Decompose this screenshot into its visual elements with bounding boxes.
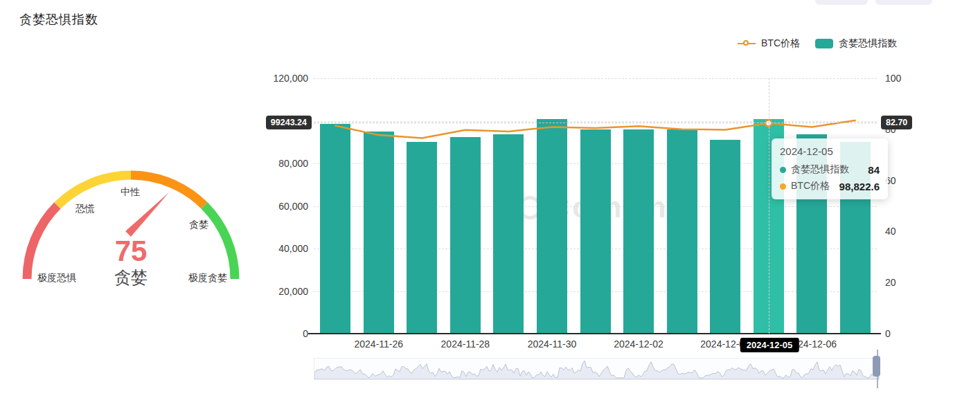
chart-tooltip: 2024-12-05 贪婪恐惧指数 84 BTC价格 98,822.6 — [772, 138, 888, 199]
right-axis-tick-label: 20 — [885, 277, 896, 288]
fear-greed-dot-icon — [780, 167, 786, 173]
btc-price-dot-icon — [780, 183, 786, 190]
crosshair-vertical — [769, 78, 769, 334]
page-title: 贪婪恐惧指数 — [19, 11, 98, 28]
x-axis-tick-label: 2024-12-02 — [614, 338, 663, 350]
gauge-arc-extreme-greed — [204, 206, 235, 279]
gauge-label-fear: 恐慌 — [75, 203, 95, 215]
gauge-label-extreme-greed: 极度贪婪 — [188, 272, 227, 284]
bar-series-icon — [815, 39, 833, 48]
left-axis-tick-label: 0 — [263, 328, 308, 339]
axis-pointer-date-label: 2024-12-05 — [740, 338, 799, 352]
gauge-arc-extreme-fear — [27, 206, 57, 279]
btc-price-line — [314, 78, 877, 334]
gauge-status: 贪婪 — [114, 266, 148, 289]
axis-pointer-left-label: 99243.24 — [266, 116, 312, 129]
datazoom-preview-wave — [314, 359, 879, 379]
line-series-icon — [738, 39, 756, 48]
x-axis-tick-label: 2024-11-30 — [528, 338, 577, 350]
crosshair-horizontal — [314, 123, 877, 123]
legend-label: 贪婪恐惧指数 — [839, 37, 897, 50]
tooltip-label: BTC价格 — [791, 180, 830, 192]
datazoom-right-handle-icon[interactable] — [873, 356, 880, 377]
legend-item-btc-price[interactable]: BTC价格 — [738, 37, 800, 50]
chart-legend: BTC价格 贪婪恐惧指数 — [738, 37, 897, 50]
tooltip-row: 贪婪恐惧指数 84 — [780, 163, 880, 176]
legend-label: BTC价格 — [761, 37, 800, 50]
x-axis-tick-label: 2024-11-28 — [441, 338, 490, 350]
left-axis-tick-label: 40,000 — [263, 243, 308, 254]
right-axis-tick-label: 40 — [885, 226, 896, 237]
left-axis-tick-label: 60,000 — [263, 201, 308, 212]
left-axis-tick-label: 80,000 — [263, 158, 308, 169]
top-toolbar-button[interactable] — [875, 0, 932, 5]
gauge-label-extreme-fear: 极度恐惧 — [37, 272, 76, 284]
tooltip-value: 98,822.6 — [839, 181, 880, 192]
gauge-label-greed: 贪婪 — [189, 219, 208, 231]
gauge-value: 75 — [115, 235, 148, 268]
tooltip-row: BTC价格 98,822.6 — [780, 180, 880, 192]
axis-pointer-right-label: 82.70 — [881, 116, 912, 129]
right-axis-tick-label: 100 — [885, 73, 901, 84]
tooltip-date: 2024-12-05 — [780, 145, 880, 157]
tooltip-label: 贪婪恐惧指数 — [791, 163, 849, 176]
datazoom-slider[interactable] — [314, 358, 880, 380]
tooltip-value: 84 — [868, 164, 880, 176]
x-axis-tick-label: 2024-11-26 — [355, 338, 404, 350]
legend-item-fear-greed[interactable]: 贪婪恐惧指数 — [815, 37, 897, 50]
gauge-needle-icon — [125, 192, 169, 237]
gauge-label-neutral: 中性 — [121, 186, 140, 199]
datazoom-wave-path — [314, 361, 879, 379]
fear-greed-gauge: 恐慌 中性 贪婪 极度恐惧 极度贪婪 75 贪婪 — [14, 163, 256, 294]
right-axis-tick-label: 0 — [885, 328, 891, 339]
left-axis-tick-label: 120,000 — [263, 73, 308, 84]
left-axis-tick-label: 20,000 — [263, 286, 308, 297]
gauge-arc-greed — [131, 175, 204, 206]
x-axis-line — [308, 333, 881, 334]
dashboard: 贪婪恐惧指数 恐慌 中性 贪婪 极度恐惧 极度贪婪 75 贪婪 BTC价格 贪婪… — [0, 0, 980, 398]
top-toolbar-button[interactable] — [815, 0, 868, 5]
